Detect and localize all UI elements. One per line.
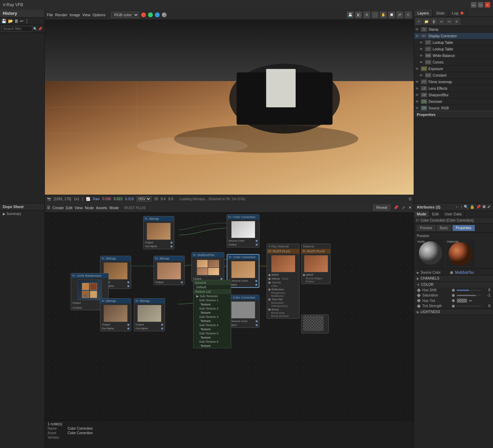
attr-lock-icon[interactable]: 🔒 bbox=[470, 205, 475, 209]
node-bitmap3[interactable]: f×: Bitmap Output bbox=[154, 256, 185, 285]
tint-strength-slider[interactable] bbox=[457, 305, 481, 307]
hue-shift-slider[interactable] bbox=[457, 290, 481, 291]
node-menu-node[interactable]: Node bbox=[85, 206, 94, 210]
preview-tab-preview[interactable]: Preview bbox=[417, 225, 435, 231]
layer-item-lookup1[interactable]: 👁 LT Lookup Table bbox=[418, 39, 493, 46]
preview-tab-basic[interactable]: Basic bbox=[437, 225, 451, 231]
node-menu-edit[interactable]: Edit bbox=[66, 206, 72, 210]
attr-tab-mode[interactable]: Mode bbox=[414, 211, 430, 217]
node-menu-view[interactable]: View bbox=[75, 206, 83, 210]
node-small-bottom[interactable] bbox=[301, 314, 329, 333]
attr-back-icon[interactable]: ← bbox=[455, 205, 459, 209]
blue-channel-dot[interactable] bbox=[155, 12, 160, 17]
viewport-menu-image[interactable]: Image bbox=[70, 13, 80, 17]
layer-item-denoiser[interactable]: 👁 DN Denoiser bbox=[414, 98, 493, 105]
viewport-menu-file[interactable]: File bbox=[47, 13, 53, 17]
tab-log[interactable]: Log bbox=[448, 10, 467, 17]
history-load-icon[interactable]: 📂 bbox=[8, 19, 13, 23]
node-canvas[interactable]: f×: Bitmap Output Out Alpha f×: Bitmap O… bbox=[45, 213, 414, 420]
layers-add-btn[interactable]: + bbox=[415, 18, 422, 25]
node-expand-icon[interactable]: ⤢ bbox=[402, 205, 405, 210]
maximize-button[interactable]: □ bbox=[478, 2, 483, 8]
node-pin-icon[interactable]: 📌 bbox=[394, 205, 398, 210]
channels-header[interactable]: ▶ CHANNELS bbox=[414, 275, 493, 281]
cursor-icon[interactable]: ⊕ bbox=[363, 11, 370, 18]
layer-item-exposure[interactable]: 👁 EX Exposure bbox=[414, 66, 493, 72]
tab-stats[interactable]: Stats bbox=[433, 10, 448, 17]
save-image-icon[interactable]: 💾 bbox=[347, 11, 354, 18]
history-more-icon[interactable]: ⋮ bbox=[25, 19, 29, 23]
node-menu-mode[interactable]: Mode bbox=[109, 206, 119, 210]
layer-item-lookup2[interactable]: 👁 LT Lookup Table bbox=[418, 46, 493, 52]
viewport-menu-options[interactable]: Options bbox=[92, 13, 106, 17]
refresh-dot[interactable]: ↺ bbox=[162, 12, 167, 17]
colorspace-select[interactable]: HSV bbox=[137, 196, 151, 202]
minimize-button[interactable]: — bbox=[471, 2, 476, 8]
layer-item-display-correction[interactable]: 👁 DC Display Correction bbox=[414, 33, 493, 39]
saturation-slider[interactable] bbox=[457, 295, 481, 296]
layer-item-sharpen[interactable]: 👁 SB Sharpen/Blur bbox=[414, 92, 493, 98]
collapse-icon: ▼ bbox=[417, 283, 420, 286]
color-header[interactable]: ▼ COLOR bbox=[414, 282, 493, 288]
layer-item-source-rgb[interactable]: 👁 SR Source: RGB bbox=[414, 105, 493, 111]
more-icon[interactable]: ≡ bbox=[405, 11, 412, 18]
lightness-header[interactable]: ▶ LIGHTNESS bbox=[414, 309, 493, 315]
attr-gear-icon[interactable]: ⚙ bbox=[482, 205, 486, 209]
history-undo-icon[interactable]: ↩ bbox=[20, 19, 23, 23]
close-button[interactable]: ✕ bbox=[485, 2, 490, 8]
attr-tab-userdata[interactable]: User Data bbox=[442, 211, 465, 217]
region-icon[interactable]: ⬚ bbox=[372, 11, 378, 18]
layers-folder-btn[interactable]: 📁 bbox=[423, 18, 430, 25]
layer-item-curves[interactable]: 👁 CV Curves bbox=[418, 59, 493, 66]
attr-tab-edit[interactable]: Edit bbox=[430, 211, 442, 217]
node-menu-assets[interactable]: Assets bbox=[96, 206, 107, 210]
node-multisubtex[interactable]: f×: MultiSubTex Output bbox=[191, 252, 224, 282]
red-channel-dot[interactable] bbox=[141, 12, 146, 17]
attr-expand-icon[interactable]: ⤢ bbox=[487, 205, 490, 209]
node-menu-create[interactable]: Create bbox=[52, 206, 64, 210]
node-bitmap5[interactable]: f×: Bitmap Output Out Alpha bbox=[134, 298, 165, 331]
node-menu-icon[interactable]: ☰ bbox=[47, 205, 50, 210]
compare-icon[interactable]: ◧ bbox=[355, 11, 362, 18]
attr-search-icon[interactable]: 🔍 bbox=[464, 205, 469, 209]
layers-list-btn[interactable]: ≡ bbox=[453, 18, 460, 25]
layer-item-stamp[interactable]: 👁 S Stamp bbox=[414, 26, 493, 33]
color-mode-select[interactable]: RGB color bbox=[111, 12, 139, 18]
node-bitmap1[interactable]: f×: Bitmap Output Out Alpha bbox=[143, 216, 174, 249]
layer-item-filmic[interactable]: 👁 FT Filmic tonemap bbox=[414, 79, 493, 85]
node-rustplus1[interactable]: V-Ray Material f×: RUST PLUS BRDF Diffus… bbox=[267, 244, 299, 319]
tint-edit-icon[interactable]: ✏ bbox=[469, 299, 472, 303]
pan-icon[interactable]: ✋ bbox=[380, 11, 387, 18]
node-colorcorr1[interactable]: f×: Color Correction Source Color Output bbox=[227, 214, 259, 247]
viewport-menu-render[interactable]: Render bbox=[55, 13, 68, 17]
node-bitmap4[interactable]: f×: Bitmap Output Out Alpha bbox=[100, 298, 131, 331]
layer-item-white-balance[interactable]: 👁 WB White Balance bbox=[418, 52, 493, 59]
dope-summary[interactable]: ▶ Summary bbox=[0, 211, 45, 217]
node-colorcorr3[interactable]: f×: Color Correction Source Color Output bbox=[227, 295, 259, 328]
layer-item-constant[interactable]: 👁 CO Constant bbox=[418, 72, 493, 79]
layers-redo-btn[interactable]: ↪ bbox=[446, 18, 453, 25]
history-pin-icon[interactable]: 📌 bbox=[38, 27, 42, 31]
history-clear-icon[interactable]: 🗑 bbox=[14, 19, 19, 23]
layers-delete-btn[interactable]: 🗑 bbox=[431, 18, 437, 25]
history-save-icon[interactable]: 💾 bbox=[1, 19, 7, 23]
node-colorcorr2[interactable]: f×: Color Correction Source Color Output bbox=[227, 254, 259, 288]
preview-tab-properties[interactable]: Properties bbox=[453, 225, 475, 231]
attr-pin-icon[interactable]: 📌 bbox=[476, 205, 481, 209]
green-channel-dot[interactable] bbox=[148, 12, 153, 17]
viewport-menu-view[interactable]: View bbox=[82, 13, 90, 17]
reveal-button[interactable]: Reveal bbox=[373, 205, 390, 211]
zoom-icon[interactable]: 🔲 bbox=[388, 11, 395, 18]
node-rustplus2[interactable]: Material f×: RUST PLUS BRDF Round Edges … bbox=[301, 244, 331, 284]
layers-undo-btn[interactable]: ↩ bbox=[438, 18, 445, 25]
layer-item-lens[interactable]: 👁 LE Lens Effects bbox=[414, 85, 493, 92]
flip-icon[interactable]: ⇌ bbox=[396, 11, 403, 18]
node-close-icon[interactable]: ✕ bbox=[408, 205, 412, 210]
tab-layers[interactable]: Layers bbox=[414, 10, 433, 17]
attr-up-icon[interactable]: ↑ bbox=[461, 205, 463, 209]
hue-tint-swatch[interactable] bbox=[457, 299, 467, 303]
node-port-output: Output bbox=[229, 283, 257, 286]
status-more-icon[interactable]: ☰ bbox=[408, 197, 412, 201]
raw-mode[interactable]: 📈 bbox=[86, 197, 90, 201]
history-search-input[interactable] bbox=[1, 26, 32, 32]
